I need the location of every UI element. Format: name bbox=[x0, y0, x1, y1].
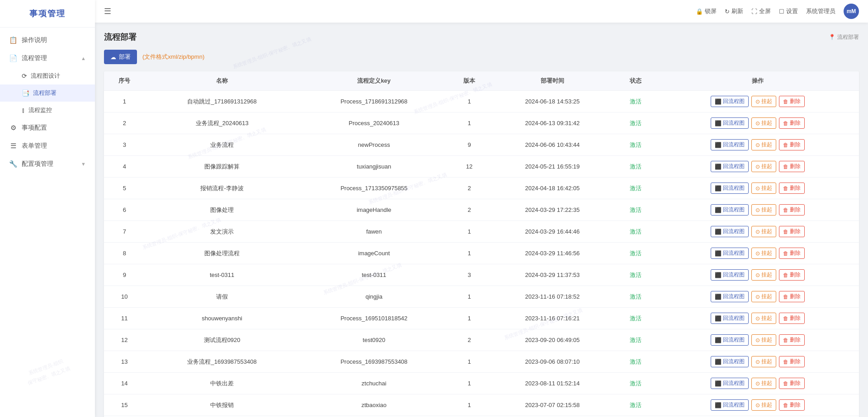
delete-button[interactable]: 🗑删除 bbox=[779, 399, 805, 411]
hang-button[interactable]: ⊙挂起 bbox=[751, 334, 776, 346]
delete-button[interactable]: 🗑删除 bbox=[779, 139, 805, 150]
hang-button[interactable]: ⊙挂起 bbox=[751, 161, 776, 172]
flow-icon: ⬛ bbox=[715, 250, 722, 257]
hang-button[interactable]: ⊙挂起 bbox=[751, 248, 776, 259]
delete-button[interactable]: 🗑删除 bbox=[779, 183, 805, 194]
flow-diagram-button[interactable]: ⬛回流程图 bbox=[711, 204, 749, 216]
cell-time: 2024-05-21 16:55:19 bbox=[490, 156, 615, 178]
cell-version: 2 bbox=[449, 178, 490, 199]
hang-button[interactable]: ⊙挂起 bbox=[751, 291, 776, 302]
hang-button[interactable]: ⊙挂起 bbox=[751, 378, 776, 389]
sidebar-item-flow-deploy[interactable]: 📑 流程部署 bbox=[0, 84, 95, 102]
deploy-button[interactable]: ☁ 部署 bbox=[104, 50, 137, 64]
delete-icon: 🗑 bbox=[783, 359, 788, 365]
hang-button[interactable]: ⊙挂起 bbox=[751, 183, 776, 194]
flow-diagram-button[interactable]: ⬛回流程图 bbox=[711, 291, 749, 302]
flow-diagram-button[interactable]: ⬛回流程图 bbox=[711, 117, 749, 129]
flow-diagram-button[interactable]: ⬛回流程图 bbox=[711, 161, 749, 172]
flow-icon: ⬛ bbox=[715, 164, 722, 170]
chevron-up-icon: ▲ bbox=[81, 56, 86, 61]
collapse-button[interactable]: ☰ bbox=[104, 6, 111, 16]
cell-actions: ⬛回流程图 ⊙挂起 🗑删除 bbox=[656, 351, 859, 373]
main-wrap: ☰ 🔒 锁屏 ↻ 刷新 ⛶ 全屏 ☐ 设置 系统管理员 mM bbox=[95, 0, 868, 417]
table-row: 7 发文演示 fawen 1 2024-03-29 16:44:46 激活 ⬛回… bbox=[104, 221, 859, 243]
hang-button[interactable]: ⊙挂起 bbox=[751, 139, 776, 150]
sidebar-item-flow-monitor[interactable]: ⫿ 流程监控 bbox=[0, 102, 95, 119]
cell-id: 11 bbox=[104, 308, 145, 329]
sidebar-item-process-mgmt[interactable]: 📄 流程管理 ▲ bbox=[0, 49, 95, 67]
cell-actions: ⬛回流程图 ⊙挂起 🗑删除 bbox=[656, 156, 859, 178]
fullscreen-label: 全屏 bbox=[759, 7, 771, 15]
sidebar-item-instructions[interactable]: 📋 操作说明 bbox=[0, 31, 95, 49]
cell-name: 业务流程 bbox=[145, 134, 299, 156]
flow-diagram-button[interactable]: ⬛回流程图 bbox=[711, 183, 749, 194]
cell-status: 激活 bbox=[615, 351, 656, 373]
settings-button[interactable]: ☐ 设置 bbox=[779, 7, 798, 15]
hang-button[interactable]: ⊙挂起 bbox=[751, 226, 776, 237]
flow-diagram-button[interactable]: ⬛回流程图 bbox=[711, 248, 749, 259]
flow-diagram-button[interactable]: ⬛回流程图 bbox=[711, 356, 749, 367]
flow-icon: ⬛ bbox=[715, 98, 722, 105]
flow-diagram-button[interactable]: ⬛回流程图 bbox=[711, 269, 749, 281]
flow-icon: ⬛ bbox=[715, 185, 722, 192]
sidebar-item-task-config[interactable]: ⚙ 事项配置 bbox=[0, 119, 95, 137]
refresh-label: 刷新 bbox=[731, 7, 743, 15]
table-row: 5 报销流程-李静波 Process_1713350975855 2 2024-… bbox=[104, 178, 859, 199]
cell-status: 激活 bbox=[615, 134, 656, 156]
cell-key: Process_1713350975855 bbox=[299, 178, 449, 199]
hang-button[interactable]: ⊙挂起 bbox=[751, 356, 776, 367]
flow-diagram-button[interactable]: ⬛回流程图 bbox=[711, 378, 749, 389]
hang-button[interactable]: ⊙挂起 bbox=[751, 269, 776, 281]
sidebar-label-flow-design: 流程图设计 bbox=[31, 72, 60, 80]
delete-button[interactable]: 🗑删除 bbox=[779, 334, 805, 346]
topbar: ☰ 🔒 锁屏 ↻ 刷新 ⛶ 全屏 ☐ 设置 系统管理员 mM bbox=[95, 0, 868, 23]
hang-button[interactable]: ⊙挂起 bbox=[751, 399, 776, 411]
flow-diagram-button[interactable]: ⬛回流程图 bbox=[711, 334, 749, 346]
delete-button[interactable]: 🗑删除 bbox=[779, 248, 805, 259]
flow-diagram-button[interactable]: ⬛回流程图 bbox=[711, 96, 749, 107]
table-row: 13 业务流程_1693987553408 Process_1693987553… bbox=[104, 351, 859, 373]
hang-icon: ⊙ bbox=[755, 185, 760, 192]
cell-name: 中铁出差 bbox=[145, 373, 299, 394]
hang-icon: ⊙ bbox=[755, 207, 760, 213]
flow-diagram-button[interactable]: ⬛回流程图 bbox=[711, 226, 749, 237]
delete-icon: 🗑 bbox=[783, 164, 788, 170]
cell-name: 报销流程-李静波 bbox=[145, 178, 299, 199]
user-avatar[interactable]: mM bbox=[844, 4, 859, 19]
cell-id: 13 bbox=[104, 351, 145, 373]
lock-button[interactable]: 🔒 锁屏 bbox=[696, 7, 717, 15]
col-key: 流程定义key bbox=[299, 71, 449, 91]
hang-button[interactable]: ⊙挂起 bbox=[751, 96, 776, 107]
delete-button[interactable]: 🗑删除 bbox=[779, 96, 805, 107]
delete-button[interactable]: 🗑删除 bbox=[779, 204, 805, 216]
sidebar-item-flow-design[interactable]: ⟳ 流程图设计 bbox=[0, 67, 95, 84]
hang-icon: ⊙ bbox=[755, 337, 760, 343]
delete-icon: 🗑 bbox=[783, 120, 788, 127]
delete-icon: 🗑 bbox=[783, 185, 788, 192]
cell-version: 1 bbox=[449, 286, 490, 308]
delete-button[interactable]: 🗑删除 bbox=[779, 356, 805, 367]
delete-button[interactable]: 🗑删除 bbox=[779, 269, 805, 281]
app-logo: 事项管理 bbox=[0, 0, 95, 28]
delete-button[interactable]: 🗑删除 bbox=[779, 291, 805, 302]
table-row: 15 中铁报销 ztbaoxiao 1 2023-07-07 02:15:58 … bbox=[104, 394, 859, 416]
hang-button[interactable]: ⊙挂起 bbox=[751, 313, 776, 324]
cell-time: 2024-04-18 16:42:05 bbox=[490, 178, 615, 199]
delete-button[interactable]: 🗑删除 bbox=[779, 226, 805, 237]
flow-diagram-button[interactable]: ⬛回流程图 bbox=[711, 139, 749, 150]
cell-status: 激活 bbox=[615, 329, 656, 351]
delete-button[interactable]: 🗑删除 bbox=[779, 161, 805, 172]
flow-diagram-button[interactable]: ⬛回流程图 bbox=[711, 399, 749, 411]
delete-button[interactable]: 🗑删除 bbox=[779, 117, 805, 129]
hang-icon: ⊙ bbox=[755, 142, 760, 148]
flow-icon: ⬛ bbox=[715, 402, 722, 408]
delete-button[interactable]: 🗑删除 bbox=[779, 313, 805, 324]
delete-button[interactable]: 🗑删除 bbox=[779, 378, 805, 389]
sidebar-item-config-mgmt[interactable]: 🔧 配置项管理 ▼ bbox=[0, 155, 95, 173]
sidebar-item-form-mgmt[interactable]: ☰ 表单管理 bbox=[0, 137, 95, 155]
fullscreen-button[interactable]: ⛶ 全屏 bbox=[751, 7, 771, 15]
refresh-button[interactable]: ↻ 刷新 bbox=[725, 7, 743, 15]
hang-button[interactable]: ⊙挂起 bbox=[751, 204, 776, 216]
flow-diagram-button[interactable]: ⬛回流程图 bbox=[711, 313, 749, 324]
hang-button[interactable]: ⊙挂起 bbox=[751, 117, 776, 129]
